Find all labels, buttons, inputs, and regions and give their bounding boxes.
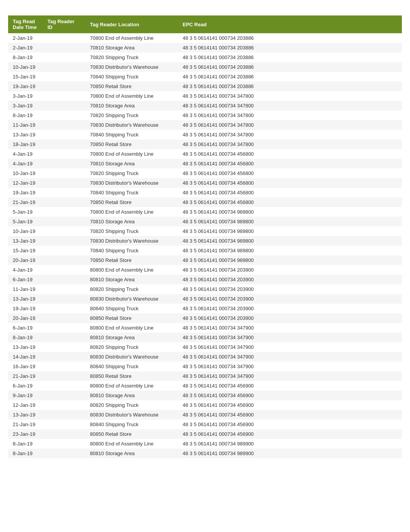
cell-epc: 48 3 5 0614141 000734 347800 (178, 130, 402, 139)
cell-date: 6-Jan-19 (8, 275, 43, 284)
cell-date: 12-Jan-19 (8, 400, 43, 410)
table-row: 18-Jan-1970850 Retail Store48 3 5 061414… (8, 139, 402, 149)
cell-reader-id (43, 313, 85, 323)
table-row: 13-Jan-1970830 Distributor's Warehouse48… (8, 236, 402, 246)
cell-reader-id (43, 33, 85, 43)
cell-reader-id (43, 197, 85, 207)
cell-date: 11-Jan-19 (8, 120, 43, 130)
cell-location: 70830 Distributor's Warehouse (85, 62, 178, 72)
table-row: 11-Jan-1980820 Shipping Truck48 3 5 0614… (8, 284, 402, 294)
cell-reader-id (43, 91, 85, 101)
cell-date: 19-Jan-19 (8, 304, 43, 313)
cell-reader-id (43, 139, 85, 149)
cell-location: 70800 End of Assembly Line (85, 91, 178, 101)
cell-reader-id (43, 333, 85, 342)
cell-epc: 48 3 5 0614141 000734 347800 (178, 120, 402, 130)
col-header-date: Tag Read Date Time (8, 15, 43, 33)
table-row: 13-Jan-1980820 Shipping Truck48 3 5 0614… (8, 342, 402, 352)
cell-reader-id (43, 82, 85, 91)
cell-reader-id (43, 149, 85, 159)
cell-epc: 48 3 5 0614141 000734 203900 (178, 275, 402, 284)
cell-epc: 48 3 5 0614141 000734 456800 (178, 168, 402, 178)
cell-epc: 48 3 5 0614141 000734 989800 (178, 226, 402, 236)
cell-epc: 48 3 5 0614141 000734 203900 (178, 284, 402, 294)
table-row: 3-Jan-1970800 End of Assembly Line48 3 5… (8, 91, 402, 101)
table-row: 23-Jan-1980850 Retail Store48 3 5 061414… (8, 429, 402, 439)
table-header-row: Tag Read Date Time Tag Reader ID Tag Rea… (8, 15, 402, 33)
cell-date: 18-Jan-19 (8, 139, 43, 149)
rfid-data-table: Tag Read Date Time Tag Reader ID Tag Rea… (8, 15, 402, 458)
cell-reader-id (43, 217, 85, 226)
table-row: 12-Jan-1970830 Distributor's Warehouse48… (8, 178, 402, 188)
cell-date: 15-Jan-19 (8, 246, 43, 255)
cell-location: 70820 Shipping Truck (85, 168, 178, 178)
table-row: 5-Jan-1970800 End of Assembly Line48 3 5… (8, 207, 402, 217)
cell-location: 70840 Shipping Truck (85, 188, 178, 197)
cell-location: 80820 Shipping Truck (85, 342, 178, 352)
cell-date: 20-Jan-19 (8, 255, 43, 265)
table-row: 14-Jan-1980830 Distributor's Warehouse48… (8, 352, 402, 362)
cell-date: 10-Jan-19 (8, 62, 43, 72)
table-row: 10-Jan-1970830 Distributor's Warehouse48… (8, 62, 402, 72)
cell-location: 80840 Shipping Truck (85, 420, 178, 429)
cell-date: 21-Jan-19 (8, 420, 43, 429)
col-header-reader-id: Tag Reader ID (43, 15, 85, 33)
table-row: 19-Jan-1970850 Retail Store48 3 5 061414… (8, 82, 402, 91)
cell-epc: 48 3 5 0614141 000734 347800 (178, 101, 402, 110)
cell-reader-id (43, 400, 85, 410)
cell-date: 8-Jan-19 (8, 449, 43, 458)
cell-location: 80820 Shipping Truck (85, 284, 178, 294)
cell-date: 8-Jan-19 (8, 53, 43, 62)
cell-epc: 48 3 5 0614141 000734 203886 (178, 62, 402, 72)
cell-date: 13-Jan-19 (8, 342, 43, 352)
cell-epc: 48 3 5 0614141 000734 456900 (178, 381, 402, 391)
cell-reader-id (43, 236, 85, 246)
cell-location: 80840 Shipping Truck (85, 304, 178, 313)
table-row: 13-Jan-1980830 Distributor's Warehouse48… (8, 294, 402, 304)
table-row: 5-Jan-1970810 Storage Area48 3 5 0614141… (8, 217, 402, 226)
cell-location: 80830 Distributor's Warehouse (85, 294, 178, 304)
cell-location: 80850 Retail Store (85, 371, 178, 381)
cell-reader-id (43, 178, 85, 188)
cell-reader-id (43, 265, 85, 275)
cell-reader-id (43, 429, 85, 439)
cell-date: 3-Jan-19 (8, 91, 43, 101)
cell-location: 70840 Shipping Truck (85, 72, 178, 82)
cell-epc: 48 3 5 0614141 000734 203886 (178, 53, 402, 62)
cell-date: 12-Jan-19 (8, 178, 43, 188)
cell-location: 80800 End of Assembly Line (85, 439, 178, 449)
cell-date: 13-Jan-19 (8, 130, 43, 139)
table-row: 6-Jan-1980800 End of Assembly Line48 3 5… (8, 381, 402, 391)
cell-reader-id (43, 275, 85, 284)
table-row: 21-Jan-1980850 Retail Store48 3 5 061414… (8, 371, 402, 381)
cell-location: 70830 Distributor's Warehouse (85, 178, 178, 188)
cell-location: 70830 Distributor's Warehouse (85, 236, 178, 246)
cell-reader-id (43, 72, 85, 82)
cell-reader-id (43, 362, 85, 371)
cell-epc: 48 3 5 0614141 000734 347800 (178, 110, 402, 120)
table-row: 20-Jan-1980850 Retail Store48 3 5 061414… (8, 313, 402, 323)
cell-epc: 48 3 5 0614141 000734 456800 (178, 159, 402, 168)
cell-date: 20-Jan-19 (8, 313, 43, 323)
cell-date: 2-Jan-19 (8, 43, 43, 53)
cell-reader-id (43, 410, 85, 420)
table-row: 16-Jan-1980840 Shipping Truck48 3 5 0614… (8, 362, 402, 371)
cell-location: 80820 Shipping Truck (85, 400, 178, 410)
cell-epc: 48 3 5 0614141 000734 203886 (178, 82, 402, 91)
cell-epc: 48 3 5 0614141 000734 989800 (178, 246, 402, 255)
cell-reader-id (43, 255, 85, 265)
col-header-epc: EPC Read (178, 15, 402, 33)
table-row: 20-Jan-1970850 Retail Store48 3 5 061414… (8, 255, 402, 265)
cell-date: 8-Jan-19 (8, 439, 43, 449)
cell-date: 21-Jan-19 (8, 371, 43, 381)
cell-location: 70810 Storage Area (85, 159, 178, 168)
cell-reader-id (43, 62, 85, 72)
cell-location: 80840 Shipping Truck (85, 362, 178, 371)
table-row: 21-Jan-1980840 Shipping Truck48 3 5 0614… (8, 420, 402, 429)
cell-location: 70810 Storage Area (85, 101, 178, 110)
table-row: 10-Jan-1970820 Shipping Truck48 3 5 0614… (8, 226, 402, 236)
cell-epc: 48 3 5 0614141 000734 989900 (178, 449, 402, 458)
cell-epc: 48 3 5 0614141 000734 456900 (178, 400, 402, 410)
main-table-container: Tag Read Date Time Tag Reader ID Tag Rea… (8, 15, 402, 458)
cell-date: 3-Jan-19 (8, 101, 43, 110)
